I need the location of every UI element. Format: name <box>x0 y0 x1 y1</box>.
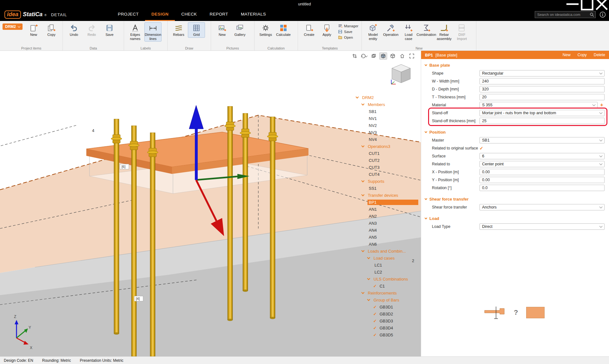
section-header[interactable]: Load <box>421 214 609 222</box>
minimize-button[interactable] <box>565 0 580 8</box>
checkbox-checked-icon[interactable] <box>373 326 378 330</box>
menu-tab[interactable]: MATERIALS <box>235 8 272 21</box>
tree-item[interactable]: NV3 <box>355 129 418 136</box>
project-item-selector[interactable]: DRM2 <box>3 23 23 30</box>
tree-item[interactable]: CUT1 <box>355 150 418 157</box>
tree-item[interactable]: AN6 <box>355 241 418 248</box>
ribbon-button[interactable]: DXF DXF Import <box>453 22 470 42</box>
chevron-down-icon[interactable] <box>361 144 365 147</box>
header-action-button[interactable]: Delete <box>594 53 605 57</box>
checkbox-checked-icon[interactable] <box>373 284 378 288</box>
menu-tab[interactable]: PROJECT <box>111 8 145 21</box>
dropdown[interactable]: Anchors <box>480 204 605 210</box>
tree-item[interactable]: AN1 <box>355 206 418 213</box>
ribbon-button[interactable]: Save <box>101 22 118 38</box>
dropdown[interactable]: Direct <box>480 223 605 230</box>
ribbon-button[interactable]: Load case <box>400 22 417 42</box>
ribbon-button[interactable]: Create <box>301 22 318 38</box>
ribbon-button[interactable]: Undo <box>65 22 83 38</box>
ribbon-button[interactable]: Redo <box>83 22 100 38</box>
tree-item[interactable]: NV4 <box>355 136 418 143</box>
tree-item[interactable]: Load cases <box>355 255 418 261</box>
chevron-down-icon[interactable] <box>367 298 370 301</box>
tree-item[interactable]: Loads and Combin... <box>355 248 418 255</box>
tree-item[interactable]: Group of Bars <box>355 296 418 303</box>
text-input[interactable]: 0.00 <box>480 177 605 183</box>
tree-item[interactable]: Transfer devices <box>355 192 418 199</box>
tree-item[interactable]: GB3D3 <box>355 317 418 324</box>
chevron-down-icon[interactable] <box>361 249 365 252</box>
dropdown[interactable]: SB1 <box>480 137 605 143</box>
ribbon-button[interactable]: Combination <box>418 22 435 38</box>
rotate-view-button[interactable] <box>360 52 368 60</box>
home-view-button[interactable] <box>398 52 406 60</box>
tree-item[interactable]: ULS Combinations <box>355 275 418 282</box>
section-header[interactable]: Position <box>421 128 609 136</box>
tree-item[interactable]: Members <box>355 101 418 108</box>
text-input[interactable]: 20 <box>480 94 605 100</box>
ribbon-button[interactable]: Calculate <box>275 22 292 38</box>
tree-item[interactable]: AN2 <box>355 213 418 220</box>
ribbon-button[interactable]: New <box>25 22 42 38</box>
text-input[interactable]: 0.00 <box>480 169 605 175</box>
section-plane-button[interactable] <box>351 52 359 60</box>
checkbox-checked-icon[interactable] <box>373 319 378 323</box>
info-icon[interactable] <box>599 11 606 18</box>
ribbon-button[interactable]: Edges names <box>127 22 144 42</box>
ribbon-button[interactable]: Grid <box>188 22 205 38</box>
checkbox-checked-icon[interactable] <box>373 312 378 316</box>
dropdown[interactable]: Center point <box>480 161 605 167</box>
chevron-down-icon[interactable] <box>367 277 370 280</box>
tree-item[interactable]: LC2 <box>355 268 418 275</box>
tree-item[interactable]: NV1 <box>355 115 418 122</box>
dropdown[interactable]: 6 <box>480 153 605 159</box>
ribbon-button[interactable]: New <box>214 22 231 38</box>
ribbon-button[interactable]: Copy <box>43 22 60 38</box>
viewport-3d[interactable]: 4 [6] [4] 2 Z Y X <box>0 51 421 356</box>
tree-item[interactable]: AN5 <box>355 234 418 241</box>
ribbon-button[interactable]: Model entity <box>364 22 381 42</box>
checkbox-checked-icon[interactable] <box>373 333 378 337</box>
tree-item[interactable]: Supports <box>355 178 418 185</box>
ribbon-button[interactable]: Gallery <box>231 22 248 38</box>
view-wireframe-button[interactable] <box>370 52 378 60</box>
ribbon-menu-item[interactable]: Manager <box>338 24 358 28</box>
dropdown[interactable]: S 355 <box>480 102 598 108</box>
text-input[interactable]: 0.0 <box>480 185 605 191</box>
ribbon-button[interactable]: Rebar assembly <box>435 22 453 42</box>
tree-item[interactable]: GB3D4 <box>355 324 418 331</box>
section-header[interactable]: Shear force transfer <box>421 195 609 203</box>
chevron-down-icon[interactable] <box>356 95 359 98</box>
chevron-down-icon[interactable] <box>367 256 370 259</box>
tree-item[interactable]: DRM2 <box>355 94 418 101</box>
fullscreen-button[interactable] <box>408 52 416 60</box>
ribbon-menu-item[interactable]: Save <box>338 30 358 34</box>
close-button[interactable] <box>594 0 609 8</box>
tree-item[interactable]: SS1 <box>355 185 418 192</box>
tree-item[interactable]: GB3D1 <box>355 303 418 310</box>
tree-item[interactable]: SB1 <box>355 108 418 115</box>
tree-item[interactable]: GB3D2 <box>355 310 418 317</box>
tree-item[interactable]: LC1 <box>355 261 418 268</box>
section-header[interactable]: Base plate <box>421 61 609 69</box>
tree-item[interactable]: GB3D5 <box>355 331 418 338</box>
menu-tab[interactable]: REPORT <box>203 8 235 21</box>
maximize-button[interactable] <box>580 0 594 8</box>
view-solid-button[interactable] <box>379 52 387 60</box>
search-icon[interactable] <box>590 12 594 17</box>
menu-tab[interactable]: CHECK <box>175 8 203 21</box>
ribbon-button[interactable]: Dimension lines <box>144 22 162 42</box>
header-action-button[interactable]: Copy <box>578 53 587 57</box>
tree-item[interactable]: NV2 <box>355 122 418 129</box>
tree-item[interactable]: Reinforcements <box>355 289 418 296</box>
menu-tab[interactable]: DESIGN <box>145 8 175 21</box>
tree-item[interactable]: Operations3 <box>355 143 418 150</box>
tree-item[interactable]: AN3 <box>355 220 418 227</box>
add-material-button[interactable] <box>599 102 605 108</box>
navigation-cube[interactable] <box>389 62 413 86</box>
chevron-down-icon[interactable] <box>361 179 365 182</box>
dropdown[interactable]: Mortar joint - nuts from the top and bot… <box>480 110 605 116</box>
tree-item[interactable]: AN4 <box>355 227 418 234</box>
text-input[interactable]: 320 <box>480 86 605 92</box>
ribbon-button[interactable]: Settings <box>257 22 274 38</box>
